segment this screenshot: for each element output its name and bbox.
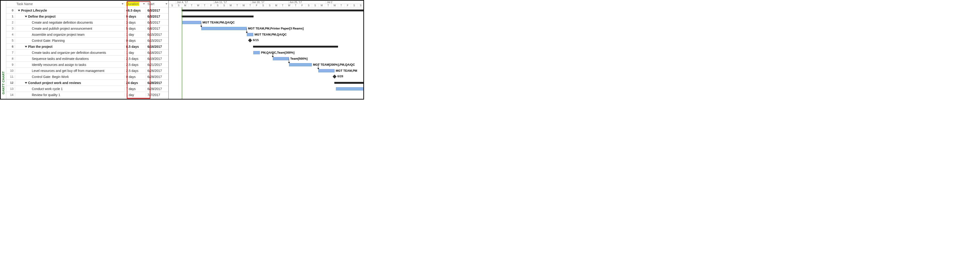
start-cell[interactable]: 6/8/2017 — [146, 27, 168, 30]
start-cell[interactable]: 6/26/2017 — [146, 69, 168, 73]
task-bar[interactable]: MGT TEAM,PM,QA/QC — [182, 21, 201, 24]
duration-cell[interactable]: 3 days — [125, 21, 146, 24]
summary-bar[interactable] — [182, 16, 253, 17]
timeline-day-label: T — [201, 4, 208, 7]
start-cell[interactable]: 6/28/2017 — [146, 75, 168, 79]
task-bar[interactable]: PM,QA/QC,Team[300%] — [253, 51, 260, 54]
start-cell[interactable]: 6/28/2017 — [146, 81, 168, 85]
gantt-row: MGT TEAM,PM — [169, 68, 363, 74]
duration-cell[interactable]: 1 day — [125, 93, 146, 97]
task-name-cell[interactable]: Control Gate: Begin Work — [15, 75, 125, 79]
duration-cell[interactable]: 0 days — [125, 39, 146, 43]
table-row[interactable]: 7Create tasks and organize per definitio… — [6, 50, 168, 56]
task-name-cell[interactable]: Project Lifecycle — [15, 9, 125, 12]
duration-cell[interactable]: 1 day — [125, 51, 146, 54]
collapse-icon[interactable] — [25, 82, 27, 84]
task-bar[interactable]: MGT TEAM,PM,QA/QC — [247, 33, 253, 36]
task-bar[interactable]: MGT TEAM,PM,Printer Paper[3 Reams] — [201, 27, 247, 30]
table-row[interactable]: 6Plan the project8.5 days6/16/2017 — [6, 44, 168, 50]
table-row[interactable]: 3Create and publish project announcement… — [6, 25, 168, 32]
task-name-cell[interactable]: Create and negotiate definition document… — [15, 21, 125, 24]
task-name-cell[interactable]: Level resources and get buy off from man… — [15, 69, 125, 73]
timeline-day-label: S — [312, 4, 318, 7]
collapse-icon[interactable] — [18, 10, 20, 11]
start-cell[interactable]: 6/19/2017 — [146, 57, 168, 60]
table-row[interactable]: 8Sequence tasks and estimate durations2.… — [6, 56, 168, 62]
table-row[interactable]: 0Project Lifecycle46.5 days6/5/2017 — [6, 8, 168, 13]
task-name-cell[interactable]: Conduct work cycle 1 — [15, 87, 125, 91]
start-cell[interactable]: 6/15/2017 — [146, 33, 168, 36]
start-cell[interactable]: 7/7/2017 — [146, 93, 168, 97]
summary-bar[interactable] — [182, 10, 363, 11]
table-row[interactable]: 12Conduct project work and reviews24 day… — [6, 80, 168, 86]
task-name-cell[interactable]: Create tasks and organize per definition… — [15, 51, 125, 54]
dropdown-icon[interactable] — [143, 3, 145, 5]
task-bar[interactable] — [336, 87, 363, 90]
col-header-start[interactable]: Start — [146, 2, 168, 6]
table-row[interactable]: 4Assemble and organize project team1 day… — [6, 32, 168, 38]
table-row[interactable]: 13Conduct work cycle 17 days6/28/2017 — [6, 86, 168, 92]
table-row[interactable]: 11Control Gate: Begin Work0 days6/28/201… — [6, 74, 168, 80]
timeline-day-label: M — [182, 4, 188, 7]
table-row[interactable]: 2Create and negotiate definition documen… — [6, 19, 168, 25]
task-bar-label: MGT TEAM,PM,Printer Paper[3 Reams] — [248, 27, 304, 30]
task-bar[interactable]: MGT TEAM[200%],PM,QA/QC — [289, 63, 312, 67]
task-name-cell[interactable]: Define the project — [15, 14, 125, 18]
gantt-row: MGT TEAM[200%],PM,QA/QC — [169, 62, 363, 68]
collapse-icon[interactable] — [25, 46, 27, 48]
milestone-marker[interactable] — [333, 75, 337, 79]
timeline-day-label: S — [357, 4, 363, 7]
task-name-cell[interactable]: Identify resources and assign to tasks — [15, 63, 125, 67]
timeline-day-label: M — [318, 4, 325, 7]
start-cell[interactable]: 6/5/2017 — [146, 9, 168, 12]
dropdown-icon[interactable] — [122, 3, 124, 5]
table-row[interactable]: 9Identify resources and assign to tasks2… — [6, 62, 168, 68]
duration-cell[interactable]: 0 days — [125, 75, 146, 79]
duration-cell[interactable]: 9 days — [125, 14, 146, 18]
gantt-chart-pane[interactable]: Jun 4, '17Jun 11, '17Jun 18, '17Jun 25, … — [169, 1, 363, 99]
task-name-cell[interactable]: Create and publish project announcement — [15, 27, 125, 30]
start-cell[interactable]: 6/16/2017 — [146, 45, 168, 49]
start-cell[interactable]: 6/28/2017 — [146, 87, 168, 91]
start-cell[interactable]: 6/5/2017 — [146, 21, 168, 24]
table-row[interactable]: 10Level resources and get buy off from m… — [6, 68, 168, 74]
start-cell[interactable]: 6/16/2017 — [146, 51, 168, 54]
task-name-cell[interactable]: Plan the project — [15, 45, 125, 49]
start-cell[interactable]: 6/21/2017 — [146, 63, 168, 67]
gantt-row — [169, 44, 363, 50]
dropdown-icon[interactable] — [165, 3, 167, 5]
task-bar[interactable]: MGT TEAM,PM — [318, 69, 334, 72]
duration-cell[interactable]: 5 days — [125, 27, 146, 30]
collapse-icon[interactable] — [25, 16, 27, 17]
gantt-row: Team[500%] — [169, 56, 363, 62]
vertical-tab-gantt[interactable]: GANTT CHART — [1, 1, 6, 99]
col-header-taskname[interactable]: Task Name — [15, 2, 125, 6]
task-bar[interactable]: Team[500%] — [273, 57, 289, 60]
row-number: 8 — [6, 57, 15, 60]
summary-bar[interactable] — [253, 46, 338, 48]
duration-cell[interactable]: 1 day — [125, 33, 146, 36]
start-cell[interactable]: 6/5/2017 — [146, 14, 168, 18]
task-name-cell[interactable]: Sequence tasks and estimate durations — [15, 57, 125, 60]
duration-cell[interactable]: 2.5 days — [125, 63, 146, 67]
timeline-day-label: W — [286, 4, 292, 7]
duration-cell[interactable]: 8.5 days — [125, 45, 146, 49]
task-name-cell[interactable]: Conduct project work and reviews — [15, 81, 125, 85]
col-header-duration[interactable]: Duration — [125, 2, 146, 6]
task-name-cell[interactable]: Control Gate: Planning — [15, 39, 125, 43]
duration-cell[interactable]: 7 days — [125, 87, 146, 91]
table-row[interactable]: 1Define the project9 days6/5/2017 — [6, 13, 168, 19]
start-cell[interactable]: 6/15/2017 — [146, 39, 168, 43]
milestone-marker[interactable] — [248, 38, 252, 43]
duration-cell[interactable]: 46.5 days — [125, 9, 146, 12]
summary-bar[interactable] — [334, 82, 363, 84]
duration-cell[interactable]: 2.5 days — [125, 57, 146, 60]
col-header-duration-label: Duration — [126, 2, 139, 6]
table-row[interactable]: 5Control Gate: Planning0 days6/15/2017 — [6, 38, 168, 44]
task-name-cell[interactable]: Review for quality 1 — [15, 93, 125, 97]
duration-cell[interactable]: 24 days — [125, 81, 146, 85]
table-row[interactable]: 14Review for quality 11 day7/7/2017 — [6, 92, 168, 98]
timeline-day-label: S — [260, 4, 266, 7]
task-name-cell[interactable]: Assemble and organize project team — [15, 33, 125, 36]
duration-cell[interactable]: 2.5 days — [125, 69, 146, 73]
